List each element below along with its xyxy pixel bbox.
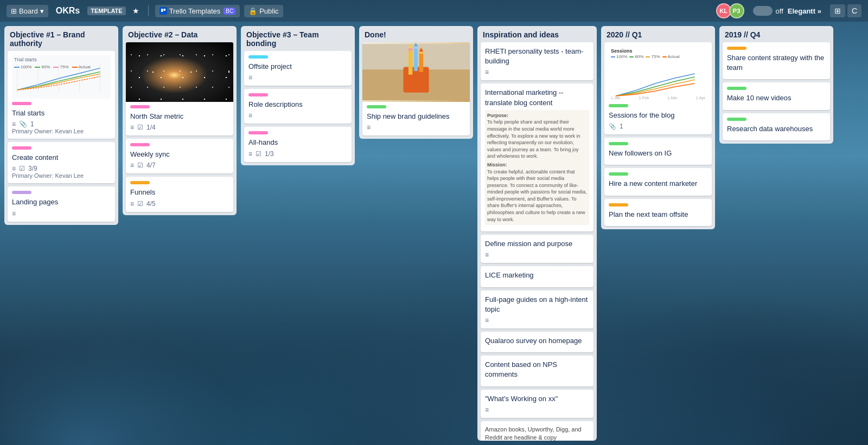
column-2-title: Objective #2 – Data bbox=[128, 30, 197, 39]
card-title-role-desc: Role descriptions bbox=[248, 100, 347, 109]
board-icon: ⊞ bbox=[11, 7, 17, 15]
column-2-body: North Star metric ≡ ☑ 1/4 Weekly sync ≡ … bbox=[123, 42, 237, 215]
card-role-descriptions[interactable]: Role descriptions ≡ bbox=[244, 89, 352, 124]
card-headline-ideas[interactable]: Amazon books, Upworthy, Digg, and Reddit… bbox=[481, 421, 593, 441]
checklist-icon: ☑ bbox=[19, 165, 25, 172]
card-label bbox=[727, 87, 746, 90]
card-hire-marketer[interactable]: Hire a new content marketer bbox=[604, 168, 712, 195]
attach-icon: 📎 bbox=[19, 120, 27, 128]
desc-icon: ≡ bbox=[12, 165, 16, 172]
menu-icon-button[interactable]: C bbox=[847, 4, 861, 17]
checklist-count: 4/5 bbox=[146, 200, 156, 208]
board-title: OKRs bbox=[53, 6, 83, 16]
card-title-qualaroo: Qualaroo survey on homepage bbox=[485, 336, 589, 346]
column-objective-2: Objective #2 – Data North Star metric ≡ … bbox=[123, 26, 237, 215]
card-trial-starts[interactable]: Trial starts 100% 80% 75% Actual bbox=[8, 51, 115, 139]
card-whats-working[interactable]: "What's Working on xx" ≡ bbox=[481, 390, 593, 418]
desc-icon: ≡ bbox=[12, 210, 16, 217]
column-3-body: Offsite project ≡ Role descriptions ≡ Al… bbox=[241, 51, 355, 165]
card-title-create-content: Create content bbox=[12, 153, 111, 163]
checklist-count: 3/9 bbox=[28, 165, 37, 172]
board-button[interactable]: ⊞ Board ▾ bbox=[7, 5, 48, 17]
column-3-header: Objective #3 – Team bonding bbox=[241, 26, 355, 51]
column-2020-q1: 2020 // Q1 Sessions 100% 80% 75% Actual bbox=[601, 26, 715, 229]
column-5-title: Inspiration and ideas bbox=[483, 30, 559, 39]
card-label bbox=[130, 105, 150, 108]
card-nps-comments[interactable]: Content based on NPS comments bbox=[481, 356, 593, 386]
card-meta: ≡ 📎 1 bbox=[12, 120, 111, 128]
public-button[interactable]: 🔒 Public bbox=[244, 5, 283, 17]
card-title-funnels: Funnels bbox=[130, 188, 229, 197]
desc-icon: ≡ bbox=[130, 200, 134, 208]
card-north-star[interactable]: North Star metric ≡ ☑ 1/4 bbox=[126, 42, 233, 136]
card-label bbox=[130, 143, 150, 146]
card-title-north-star: North Star metric bbox=[130, 112, 229, 121]
card-title-nps: Content based on NPS comments bbox=[485, 360, 589, 379]
card-qualaroo[interactable]: Qualaroo survey on homepage bbox=[481, 332, 593, 352]
card-share-content-strategy[interactable]: Share content strategy with the team bbox=[723, 42, 830, 79]
sessions-legend: 100% 80% 75% Actual bbox=[609, 54, 707, 60]
card-rheti[interactable]: RHETI personality tests - team-building … bbox=[481, 42, 593, 80]
chart-trial-starts: Trial starts 100% 80% 75% Actual bbox=[12, 55, 111, 99]
column-5-header: Inspiration and ideas bbox=[477, 26, 597, 42]
card-all-hands[interactable]: All-hands ≡ ☑ 1/3 bbox=[244, 127, 352, 162]
card-create-content[interactable]: Create content ≡ ☑ 3/9 Primary Owner: Ke… bbox=[8, 142, 115, 183]
attach-count: 1 bbox=[620, 122, 623, 130]
card-funnels[interactable]: Funnels ≡ ☑ 4/5 bbox=[126, 177, 233, 211]
workspace-badge: BC bbox=[224, 8, 235, 15]
card-label-pink bbox=[12, 102, 31, 105]
card-sessions[interactable]: Sessions 100% 80% 75% Actual 1-Ja bbox=[604, 42, 712, 134]
column-objective-3: Objective #3 – Team bonding Offsite proj… bbox=[241, 26, 355, 165]
card-label bbox=[367, 105, 386, 108]
card-title-followers: New followers on IG bbox=[609, 149, 707, 158]
card-label bbox=[130, 181, 150, 184]
card-lice-marketing[interactable]: LICE marketing bbox=[481, 266, 593, 287]
card-new-followers[interactable]: New followers on IG bbox=[604, 138, 712, 165]
card-landing-pages[interactable]: Landing pages ≡ bbox=[8, 186, 115, 221]
header-toggle[interactable]: off bbox=[753, 6, 783, 16]
card-define-mission[interactable]: Define mission and purpose ≡ bbox=[481, 235, 593, 263]
column-1-body: Trial starts 100% 80% 75% Actual bbox=[4, 51, 118, 225]
card-intl-marketing[interactable]: International marketing -- translate blo… bbox=[481, 83, 593, 231]
card-offsite-project[interactable]: Offsite project ≡ bbox=[244, 51, 352, 86]
card-meta: ≡ ☑ 1/4 bbox=[130, 124, 229, 131]
toggle-track[interactable] bbox=[753, 6, 773, 16]
desc-icon: ≡ bbox=[367, 124, 371, 131]
star-icon[interactable]: ★ bbox=[130, 5, 142, 16]
card-meta: ≡ bbox=[485, 68, 589, 76]
card-label bbox=[609, 203, 628, 207]
mission-text: To create helpful, actionable content th… bbox=[487, 169, 587, 223]
card-meta: ≡ bbox=[248, 112, 347, 119]
card-title-mission: Define mission and purpose bbox=[485, 239, 589, 249]
card-data-warehouses[interactable]: Research data warehouses bbox=[723, 113, 830, 140]
windows-icon-button[interactable]: ⊞ bbox=[830, 4, 845, 17]
desc-icon: ≡ bbox=[12, 120, 16, 128]
card-full-page-guides[interactable]: Full-page guides on a high-intent topic … bbox=[481, 291, 593, 328]
card-new-videos[interactable]: Make 10 new videos bbox=[723, 82, 830, 109]
trello-workspace-button[interactable]: Trello Templates BC bbox=[155, 5, 240, 17]
card-label bbox=[12, 191, 31, 194]
space-stars bbox=[126, 42, 233, 102]
desc-icon: ≡ bbox=[248, 112, 252, 119]
column-7-body: Share content strategy with the team Mak… bbox=[719, 42, 833, 144]
card-meta: ≡ ☑ 4/7 bbox=[130, 162, 229, 169]
card-ship-brand-guidelines[interactable]: Ship new brand guidelines ≡ bbox=[362, 42, 470, 136]
card-meta: ≡ bbox=[12, 210, 111, 217]
column-2-header: Objective #2 – Data bbox=[123, 26, 237, 42]
header-right-icons: ⊞ C bbox=[830, 4, 861, 17]
column-6-body: Sessions 100% 80% 75% Actual 1-Ja bbox=[601, 42, 715, 229]
card-label bbox=[727, 118, 746, 121]
checklist-icon: ☑ bbox=[256, 150, 261, 158]
card-label bbox=[12, 146, 31, 150]
card-weekly-sync[interactable]: Weekly sync ≡ ☑ 4/7 bbox=[126, 139, 233, 173]
card-body-line1: Amazon books, Upworthy, Digg, and Reddit… bbox=[485, 425, 589, 441]
public-label: Public bbox=[259, 7, 278, 15]
desc-icon: ≡ bbox=[130, 162, 134, 169]
card-meta: ≡ bbox=[485, 406, 589, 414]
eleganttt-label[interactable]: Elegantt » bbox=[788, 7, 821, 15]
desc-icon: ≡ bbox=[485, 406, 489, 414]
card-team-offsite[interactable]: Plan the next team offsite bbox=[604, 199, 712, 226]
card-title-all-hands: All-hands bbox=[248, 138, 347, 147]
card-title-data-warehouses: Research data warehouses bbox=[727, 124, 826, 134]
trello-icon bbox=[159, 7, 167, 15]
